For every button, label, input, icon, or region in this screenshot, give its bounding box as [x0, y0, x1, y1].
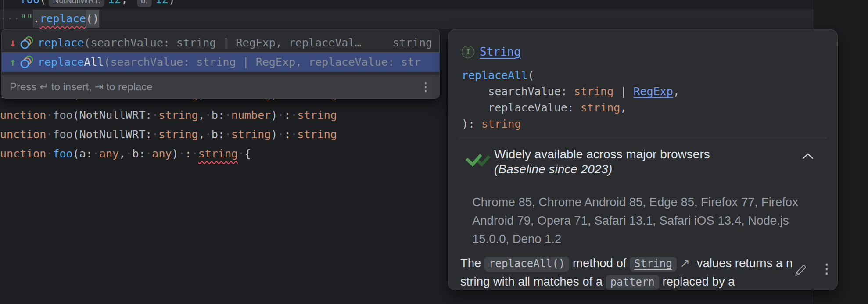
baseline-title: Widely available across major browsers	[494, 147, 710, 162]
doc-title-link[interactable]: String	[480, 45, 521, 58]
completion-popup: ↓ replace(searchValue: string | RegExp, …	[1, 29, 440, 99]
completion-footer: Press ↵ to insert, ⇥ to replace ⋮	[2, 75, 439, 98]
signature-line: searchValue: string | RegExp,	[462, 83, 680, 100]
completion-hint-text: Press ↵ to insert, ⇥ to replace	[10, 81, 153, 93]
return-type: string	[384, 36, 432, 49]
method-icon	[19, 55, 34, 69]
code-line-replace[interactable]: ····"".replace()	[0, 9, 99, 29]
ide-editor-stage: ····foo(NotNullWRT:12, b:12) ····"".repl…	[0, 0, 868, 304]
completion-list: ↓ replace(searchValue: string | RegExp, …	[2, 29, 439, 75]
doc-header: I String	[462, 45, 521, 58]
baseline-subtitle: (Baseline since 2023)	[494, 162, 710, 177]
completion-item-replace[interactable]: ↓ replace(searchValue: string | RegExp, …	[2, 33, 439, 52]
code-line-implementation[interactable]: function·foo(a:·any,·b:·any)·:·string·{	[0, 144, 251, 164]
arrow-up-icon: ↑	[7, 56, 18, 68]
doc-more-options-icon[interactable]: ⋮	[820, 261, 833, 276]
chevron-up-icon[interactable]	[802, 153, 814, 159]
description-line: The replaceAll() method of String ↗ valu…	[460, 254, 794, 272]
completion-item-replaceAll-selected[interactable]: ↑ replaceAll(searchValue: string | RegEx…	[2, 52, 439, 72]
caret-line-highlight	[0, 9, 814, 29]
edit-pencil-icon[interactable]	[793, 264, 807, 278]
baseline-widely-available-icon	[464, 150, 491, 167]
signature-line: ): string	[462, 116, 680, 132]
code-line-overload-2[interactable]: function·foo(NotNullWRT:·string,·b:·stri…	[0, 125, 337, 144]
more-options-icon[interactable]: ⋮	[420, 80, 431, 94]
completion-item-text: replaceAll(searchValue: string | RegExp,…	[38, 56, 421, 68]
code-line-overload-1[interactable]: function·foo(NotNullWRT:·string,·b:·numb…	[0, 106, 337, 125]
description-line: string with all matches of a pattern rep…	[460, 272, 794, 290]
doc-signature: replaceAll( searchValue: string | RegExp…	[462, 67, 680, 132]
doc-description: The replaceAll() method of String ↗ valu…	[460, 254, 794, 290]
interface-icon: I	[462, 46, 474, 58]
doc-separator	[459, 138, 827, 138]
method-icon	[19, 36, 34, 50]
completion-item-text: replace(searchValue: string | RegExp, re…	[38, 36, 362, 49]
browser-support-list: Chrome 85, Chrome Android 85, Edge 85, F…	[472, 193, 811, 248]
arrow-down-icon: ↓	[7, 36, 18, 49]
documentation-panel: I String replaceAll( searchValue: string…	[448, 29, 838, 290]
signature-line: replaceValue: string,	[462, 100, 680, 116]
baseline-text: Widely available across major browsers (…	[494, 147, 710, 177]
code-line-call[interactable]: ····foo(NotNullWRT:12, b:12)	[0, 0, 175, 9]
signature-line: replaceAll(	[462, 67, 680, 83]
